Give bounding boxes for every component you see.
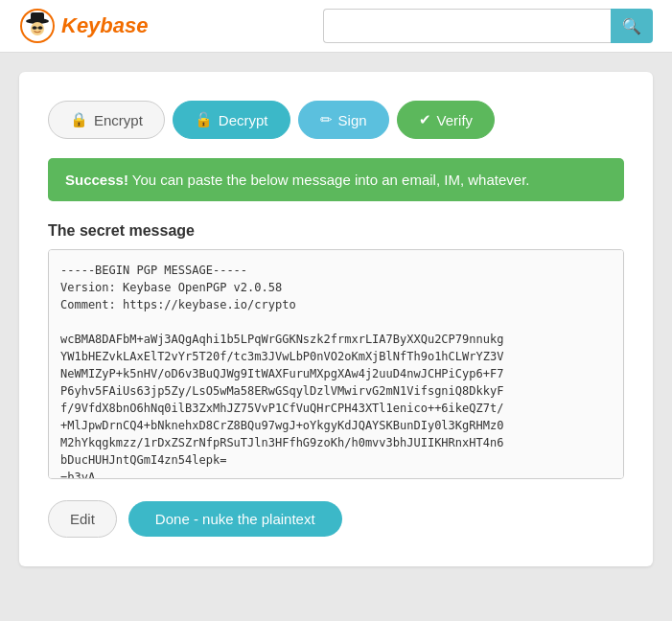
edit-button[interactable]: Edit [48,500,117,538]
top-bar: Keybase 🔍 [0,0,672,53]
lock-icon: 🔒 [70,111,88,128]
message-textarea[interactable]: -----BEGIN PGP MESSAGE----- Version: Key… [48,249,624,479]
tab-encrypt[interactable]: 🔒 Encrypt [48,101,165,139]
svg-rect-7 [33,27,37,30]
svg-rect-8 [38,27,43,30]
pencil-icon: ✏ [320,111,333,128]
logo-area: Keybase [19,8,149,44]
tab-verify[interactable]: ✔ Verify [397,101,496,139]
search-icon: 🔍 [622,17,641,35]
nuke-button[interactable]: Done - nuke the plaintext [128,501,342,537]
success-message: You can paste the below message into an … [132,172,530,188]
success-banner: Success! You can paste the below message… [48,158,624,201]
tab-decrypt[interactable]: 🔓 Decrypt [173,101,290,139]
search-button[interactable]: 🔍 [611,9,653,43]
search-input[interactable] [323,9,611,43]
tab-row: 🔒 Encrypt 🔓 Decrypt ✏ Sign ✔ Verify [48,101,624,139]
logo-icon [19,8,56,44]
search-area: 🔍 [323,9,653,43]
logo-text: Keybase [61,13,149,38]
tab-sign[interactable]: ✏ Sign [298,101,389,139]
section-title: The secret message [48,222,624,240]
main-content: 🔒 Encrypt 🔓 Decrypt ✏ Sign ✔ Verify Succ… [19,72,653,566]
checkmark-icon: ✔ [419,111,431,128]
unlock-icon: 🔓 [195,111,213,128]
svg-rect-3 [31,12,44,21]
action-row: Edit Done - nuke the plaintext [48,500,624,538]
success-prefix: Success! [65,172,128,188]
